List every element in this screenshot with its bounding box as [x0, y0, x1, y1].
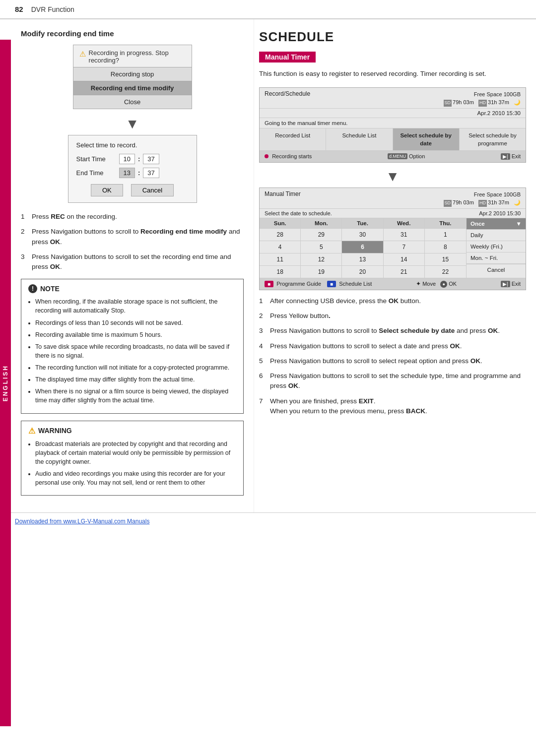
time-cancel-button[interactable]: Cancel	[131, 184, 174, 196]
cal-sub-right: Apr.2 2010 15:30	[479, 210, 521, 216]
cell-8[interactable]: 8	[425, 241, 466, 253]
option-once[interactable]: Once ▼	[467, 218, 526, 230]
screen2-footer: ■ Programme Guide ■ Schedule List ✦ Move…	[260, 278, 526, 290]
cell-13[interactable]: 13	[342, 253, 383, 265]
cell-11[interactable]: 11	[260, 253, 301, 265]
warning-icon: ⚠	[28, 426, 35, 436]
intro-text: This function is easy to register to res…	[259, 68, 526, 79]
cell-21[interactable]: 21	[384, 266, 425, 278]
option-daily[interactable]: Daily	[467, 230, 526, 241]
cell-22[interactable]: 22	[425, 266, 466, 278]
r-step-2: 2 Press Yellow button.	[259, 311, 526, 321]
cell-15[interactable]: 15	[425, 253, 466, 265]
schedule-title: SCHEDULE	[259, 29, 526, 45]
screen1-note: Going to the manual timer menu.	[260, 118, 526, 128]
cell-1[interactable]: 1	[425, 229, 466, 241]
screen1-footer: Recording starts d.MENU Option ▶| Exit	[260, 151, 526, 162]
move-arrows-icon: ✦	[416, 280, 421, 287]
main-layout: Modify recording end time ⚠ Recording in…	[0, 19, 536, 512]
arrow-down-icon: ▼	[21, 116, 244, 132]
tab-recorded-list[interactable]: Recorded List	[260, 128, 326, 150]
day-sun: Sun.	[260, 218, 301, 228]
screen1-header: Record/Schedule Free Space 100GB SD79h 0…	[260, 88, 526, 109]
time-actions: OK Cancel	[76, 184, 189, 196]
schedule-list-btn: ■ Schedule List	[327, 281, 372, 287]
start-min: 37	[143, 154, 159, 164]
screen2: Manual Timer Free Space 100GB SD79h 03m …	[259, 188, 526, 290]
day-mon: Mon.	[301, 218, 342, 228]
note-item-2: Recordings of less than 10 seconds will …	[35, 318, 236, 327]
cell-31[interactable]: 31	[384, 229, 425, 241]
english-sidebar: ENGLISH	[0, 40, 11, 726]
option-label: Option	[409, 153, 425, 159]
rec-dot-icon	[265, 154, 268, 158]
note-icon: !	[28, 284, 37, 293]
ok-circle-icon: ●	[440, 281, 447, 288]
cell-6[interactable]: 6	[342, 241, 383, 253]
close-button[interactable]: Close	[73, 95, 192, 109]
week-3: 11 12 13 14 15	[260, 253, 466, 265]
note-item-6: The displayed time may differ slightly f…	[35, 375, 236, 384]
right-column: SCHEDULE Manual Timer This function is e…	[254, 19, 536, 512]
footer-move: ✦ Move ● OK	[416, 280, 457, 288]
page-header: 82 DVR Function	[0, 0, 536, 19]
r-step-6: 6 Press Navigation buttons to scroll to …	[259, 371, 526, 391]
cell-20[interactable]: 20	[342, 266, 383, 278]
day-thu: Thu.	[425, 218, 466, 228]
blue-btn-icon: ■	[327, 281, 336, 287]
calendar-side: Once ▼ Daily Weekly (Fri.) Mon. ~ Fri. C…	[466, 218, 526, 278]
cell-19[interactable]: 19	[301, 266, 342, 278]
warning-item-1: Broadcast materials are protected by cop…	[35, 440, 236, 466]
warning-triangle-icon: ⚠	[79, 50, 86, 59]
r-step-7: 7 When you are finished, press EXIT.When…	[259, 396, 526, 417]
exit-icon-2: ▶|	[501, 281, 510, 287]
footer-buttons: ■ Programme Guide ■ Schedule List	[265, 281, 372, 287]
r-step-3: 3 Press Navigation buttons to scroll to …	[259, 326, 526, 336]
recording-stop-button[interactable]: Recording stop	[73, 67, 192, 81]
free-space-label: Free Space 100GB	[474, 91, 521, 97]
steps-list: 1 Press REC on the recording. 2 Press Na…	[21, 212, 244, 272]
week-4: 18 19 20 21 22	[260, 265, 466, 278]
cell-30[interactable]: 30	[342, 229, 383, 241]
cell-18[interactable]: 18	[260, 266, 301, 278]
days-header: Sun. Mon. Tue. Wed. Thu.	[260, 218, 466, 228]
tab-schedule-list[interactable]: Schedule List	[326, 128, 393, 150]
cancel-option[interactable]: Cancel	[467, 264, 526, 275]
cal-sub-left: Select the date to schedule.	[265, 210, 332, 216]
warning-title: ⚠ WARNING	[28, 426, 236, 436]
cell-5[interactable]: 5	[301, 241, 342, 253]
left-column: Modify recording end time ⚠ Recording in…	[11, 19, 254, 512]
warning-list: Broadcast materials are protected by cop…	[28, 440, 236, 488]
cell-29[interactable]: 29	[301, 229, 342, 241]
step-1: 1 Press REC on the recording.	[21, 212, 244, 222]
time-ok-button[interactable]: OK	[91, 184, 123, 196]
cell-14[interactable]: 14	[384, 253, 425, 265]
cell-7[interactable]: 7	[384, 241, 425, 253]
note-title: ! NOTE	[28, 284, 236, 293]
time-select-title: Select time to record.	[76, 141, 189, 149]
note-box: ! NOTE When recording, if the available …	[21, 279, 244, 413]
day-tue: Tue.	[342, 218, 383, 228]
cell-12[interactable]: 12	[301, 253, 342, 265]
note-item-4: To save disk space while recording broad…	[35, 342, 236, 360]
tab-select-by-programme[interactable]: Select schedule by programme	[460, 128, 526, 150]
recording-end-time-modify-button[interactable]: Recording end time modify	[73, 81, 192, 95]
sd2-time: 31h 37m	[488, 99, 509, 105]
cell-4[interactable]: 4	[260, 241, 301, 253]
page-footer[interactable]: Downloaded from www.LG-V-Manual.com Manu…	[0, 512, 536, 530]
option-weekly-fri[interactable]: Weekly (Fri.)	[467, 241, 526, 252]
warning-label: WARNING	[38, 427, 72, 435]
tab-select-by-date[interactable]: Select schedule by date	[393, 128, 460, 150]
footer-link[interactable]: Downloaded from www.LG-V-Manual.com Manu…	[15, 518, 149, 525]
right-steps-list: 1 After connecting USB device, press the…	[259, 296, 526, 416]
warning-item-2: Audio and video recordings you make usin…	[35, 469, 236, 487]
dialog-warning-text: ⚠ Recording in progress. Stop recording?	[73, 45, 192, 67]
time-select-box: Select time to record. Start Time 10 : 3…	[68, 135, 197, 203]
step-2: 2 Press Navigation buttons to scroll to …	[21, 227, 244, 247]
option-mon-fri[interactable]: Mon. ~ Fri.	[467, 252, 526, 264]
sd2-time-2: 31h 37m	[488, 199, 509, 205]
sd1-time: 79h 03m	[453, 99, 474, 105]
sd2-icon: HD	[478, 100, 487, 107]
cell-28[interactable]: 28	[260, 229, 301, 241]
modify-heading: Modify recording end time	[21, 29, 244, 38]
